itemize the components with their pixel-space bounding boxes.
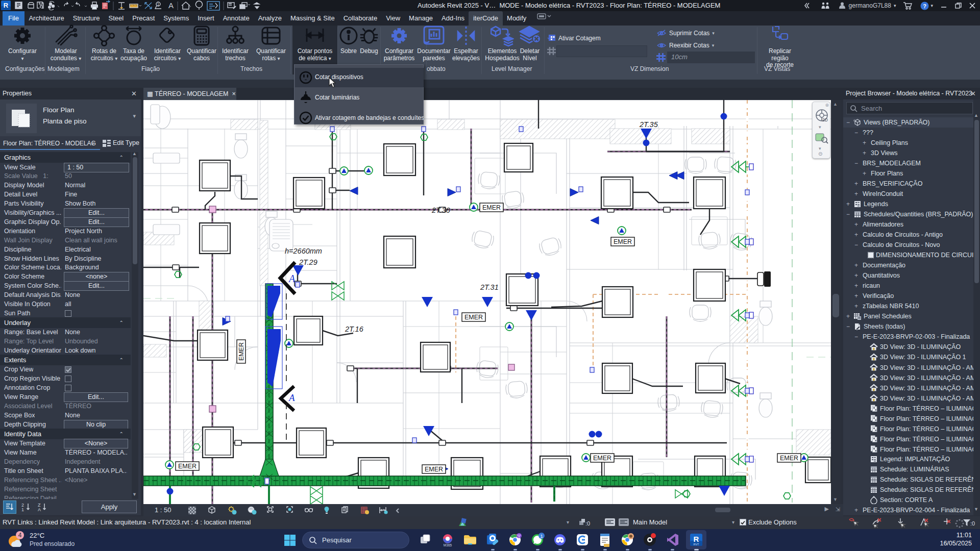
svg-text:EMER: EMER xyxy=(780,455,798,462)
svg-text:M365: M365 xyxy=(444,543,452,547)
svg-text:A: A xyxy=(288,392,295,403)
svg-text:EMER: EMER xyxy=(482,204,501,211)
svg-text:2T.29: 2T.29 xyxy=(299,258,317,266)
svg-text:R: R xyxy=(4,2,9,9)
svg-text:1: 1 xyxy=(21,507,24,512)
svg-text:R: R xyxy=(694,535,699,543)
svg-text:1: 1 xyxy=(540,534,543,539)
svg-text:EMER: EMER xyxy=(464,314,483,321)
svg-text:2D: 2D xyxy=(822,117,828,122)
svg-text:2T.35: 2T.35 xyxy=(639,120,658,129)
svg-text::0: :0 xyxy=(585,520,590,527)
svg-text:EMER: EMER xyxy=(425,466,443,473)
svg-text:EMER: EMER xyxy=(614,238,632,245)
svg-text:?: ? xyxy=(923,3,927,9)
svg-text:RVT: RVT xyxy=(694,543,700,546)
svg-text:A: A xyxy=(168,1,174,10)
svg-text:4: 4 xyxy=(18,532,22,539)
svg-text:EMER: EMER xyxy=(593,455,611,462)
svg-text:1: 1 xyxy=(157,2,160,7)
svg-text:2T.16: 2T.16 xyxy=(345,325,364,333)
svg-text:EMER: EMER xyxy=(178,463,197,470)
svg-text::0: :0 xyxy=(970,520,975,527)
svg-text:2T.30: 2T.30 xyxy=(431,206,450,214)
svg-text:EMER: EMER xyxy=(238,342,245,361)
svg-text:A: A xyxy=(288,273,296,284)
svg-text:h=2660mm: h=2660mm xyxy=(285,247,322,255)
svg-text:A: A xyxy=(38,507,41,512)
svg-text:2T.31: 2T.31 xyxy=(480,283,499,291)
